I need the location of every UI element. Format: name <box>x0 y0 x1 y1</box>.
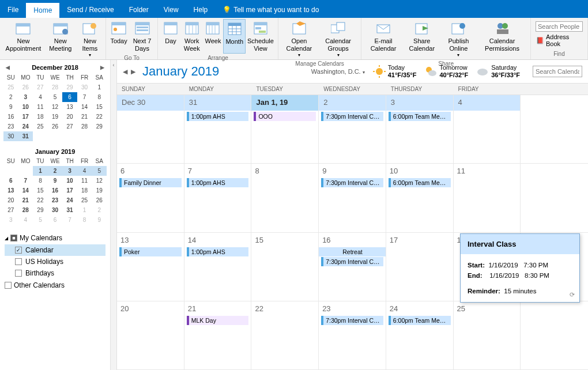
mini-day[interactable]: 1 <box>33 166 48 176</box>
day-cell[interactable]: 27:30pm Interval Class <box>319 95 386 163</box>
calendar-event[interactable]: 1:00pm AHS <box>187 112 249 121</box>
mini-day[interactable]: 3 <box>62 166 77 176</box>
menu-folder[interactable]: Folder <box>122 2 156 18</box>
mini-day[interactable]: 12 <box>48 102 63 112</box>
day-cell[interactable]: 25 <box>454 301 521 369</box>
mini-day[interactable]: 30 <box>77 82 92 92</box>
mini-day[interactable]: 21 <box>77 112 92 122</box>
mini-prev-icon[interactable]: ◀ <box>3 63 12 71</box>
mini-day[interactable]: 3 <box>3 215 18 225</box>
mini-day[interactable]: 20 <box>62 112 77 122</box>
calendar-event[interactable]: Family Dinner <box>119 178 182 187</box>
mini-day[interactable]: 12 <box>92 176 107 186</box>
day-cell[interactable] <box>521 95 588 163</box>
day-cell[interactable]: 97:30pm Interval Class <box>319 164 386 232</box>
mini-day[interactable]: 25 <box>3 82 18 92</box>
collapse-sidebar-button[interactable]: ‹ <box>111 60 117 370</box>
mini-day[interactable]: 19 <box>92 186 107 195</box>
mini-day[interactable]: 31 <box>62 205 77 215</box>
calendar-event[interactable]: 6:00pm Team Meeting: Zoom <box>389 316 451 325</box>
menu-sendreceive[interactable]: Send / Receive <box>59 2 121 18</box>
mini-day[interactable]: 24 <box>18 122 33 131</box>
calendar-event[interactable]: 6:00pm Team Meeting: Zoom <box>389 112 451 121</box>
calendar-groups-button[interactable]: Calendar Groups▾ <box>318 19 359 59</box>
day-cell[interactable]: 16Retreat7:30pm Interval Class <box>319 233 386 301</box>
day-cell[interactable]: 22 <box>251 301 319 369</box>
checkbox-icon[interactable]: ■ <box>10 235 17 241</box>
email-calendar-button[interactable]: E-mail Calendar <box>364 19 402 59</box>
mini-day[interactable]: 27 <box>3 205 18 215</box>
search-people-input[interactable] <box>536 21 583 32</box>
share-calendar-button[interactable]: Share Calendar <box>403 19 441 59</box>
mini-day[interactable]: 23 <box>3 122 18 131</box>
day-cell[interactable] <box>521 164 588 232</box>
mini-day[interactable] <box>18 166 33 176</box>
mini-day[interactable]: 8 <box>92 92 107 102</box>
day-cell[interactable]: 246:00pm Team Meeting: Zoom <box>386 301 454 369</box>
week-button[interactable]: Week <box>202 19 223 54</box>
mini-day[interactable]: 16 <box>3 112 18 122</box>
calendar-list-item[interactable]: Birthdays <box>5 267 105 279</box>
mini-day[interactable]: 14 <box>18 186 33 195</box>
mini-day[interactable] <box>92 131 107 141</box>
mini-day[interactable] <box>77 131 92 141</box>
mini-day[interactable]: 11 <box>77 176 92 186</box>
calendar-event[interactable]: 6:00pm Team Meeting: Zoom <box>389 178 451 187</box>
calendar-event[interactable]: Poker <box>119 247 182 256</box>
day-cell[interactable]: 21MLK Day <box>184 301 252 369</box>
mini-day[interactable]: 24 <box>62 195 77 205</box>
mini-day[interactable]: 2 <box>3 92 18 102</box>
mini-day[interactable]: 20 <box>3 195 18 205</box>
month-button[interactable]: Month <box>223 19 246 54</box>
other-calendars-header[interactable]: Other Calendars <box>5 279 105 292</box>
mini-day[interactable]: 30 <box>3 131 18 141</box>
refresh-icon[interactable]: ⟳ <box>570 291 575 299</box>
menu-home[interactable]: Home <box>26 2 59 18</box>
mini-day[interactable]: 22 <box>92 112 107 122</box>
mini-day[interactable]: 17 <box>18 112 33 122</box>
day-cell[interactable]: 11 <box>454 164 521 232</box>
calendar-list-item[interactable]: ✓Calendar <box>5 244 105 256</box>
mini-day[interactable]: 26 <box>48 122 63 131</box>
new-meeting-button[interactable]: New Meeting <box>44 19 77 59</box>
mini-day[interactable]: 9 <box>3 102 18 112</box>
mini-day[interactable] <box>33 131 48 141</box>
mini-day[interactable]: 30 <box>48 205 63 215</box>
day-cell[interactable]: Dec 30 <box>117 95 184 163</box>
checkbox-icon[interactable] <box>5 282 12 289</box>
search-calendar-input[interactable] <box>533 66 582 77</box>
mini-day[interactable]: 28 <box>77 122 92 131</box>
day-cell[interactable]: 17 <box>386 233 454 301</box>
mini-day[interactable]: 11 <box>33 102 48 112</box>
mini-day[interactable]: 22 <box>33 195 48 205</box>
my-calendars-header[interactable]: ◢ ■ My Calendars <box>5 232 105 244</box>
day-cell[interactable]: 13Poker <box>117 233 184 301</box>
calendar-permissions-button[interactable]: Calendar Permissions <box>476 19 528 59</box>
mini-day[interactable]: 18 <box>77 186 92 195</box>
mini-day[interactable]: 6 <box>48 215 63 225</box>
checkbox-icon[interactable]: ✓ <box>15 247 22 254</box>
mini-day[interactable]: 26 <box>18 82 33 92</box>
calendar-list-item[interactable]: US Holidays <box>5 256 105 267</box>
mini-day[interactable]: 21 <box>18 195 33 205</box>
address-book-button[interactable]: 📕Address Book <box>534 33 584 48</box>
mini-day[interactable]: 27 <box>62 122 77 131</box>
new-appointment-button[interactable]: New Appointment <box>2 19 44 59</box>
mini-day[interactable]: 8 <box>77 215 92 225</box>
checkbox-icon[interactable] <box>15 258 22 265</box>
mini-day[interactable]: 2 <box>48 166 63 176</box>
calendar-event[interactable]: 7:30pm Interval Class <box>321 316 383 325</box>
mini-day[interactable]: 29 <box>62 82 77 92</box>
day-cell[interactable]: 15 <box>251 233 319 301</box>
calendar-event[interactable]: MLK Day <box>187 316 249 325</box>
mini-day[interactable]: 5 <box>92 166 107 176</box>
mini-day[interactable]: 31 <box>18 131 33 141</box>
calendar-event[interactable]: 7:30pm Interval Class <box>321 178 383 187</box>
mini-day[interactable]: 3 <box>18 92 33 102</box>
mini-day[interactable]: 10 <box>62 176 77 186</box>
mini-day[interactable]: 7 <box>18 176 33 186</box>
event-retreat[interactable]: Retreat <box>319 247 386 256</box>
publish-online-button[interactable]: Publish Online▾ <box>441 19 476 59</box>
mini-day[interactable]: 23 <box>48 195 63 205</box>
mini-day[interactable]: 29 <box>33 205 48 215</box>
